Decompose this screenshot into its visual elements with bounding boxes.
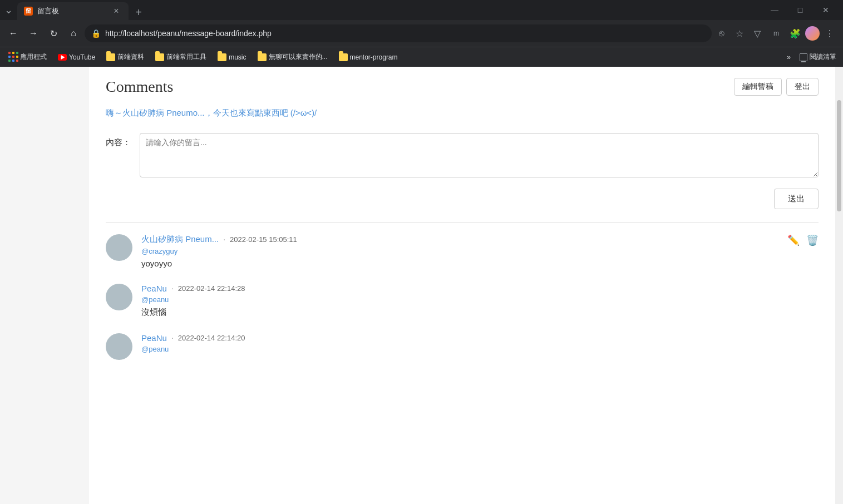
logout-button[interactable]: 登出: [786, 78, 819, 96]
folder-icon-4: [258, 53, 267, 62]
reading-list-button[interactable]: 閱讀清單: [797, 50, 839, 64]
comment-time: 2022-02-14 22:14:28: [178, 284, 245, 293]
address-actions: ⎋ ☆ ▽: [714, 26, 765, 41]
share-button[interactable]: ⎋: [714, 26, 729, 41]
browser-chrome: ⌄ 留 留言板 × + — □ ✕ ← → ↻ ⌂ 🔒 http://local…: [0, 0, 843, 67]
back-button[interactable]: ←: [4, 24, 22, 42]
reading-list-icon: [800, 53, 807, 61]
folder-icon-5: [339, 53, 348, 62]
bookmarks-more: » 閱讀清單: [785, 50, 839, 64]
maximize-button[interactable]: □: [787, 0, 813, 20]
bookmark-frontend-data-label: 前端資料: [117, 52, 144, 62]
sidebar-left: [0, 67, 89, 504]
submit-button[interactable]: 送出: [774, 189, 819, 209]
bookmark-frontend-data[interactable]: 前端資料: [102, 50, 149, 64]
main-content: Comments 編輯暫稿 登出 嗨～火山矽肺病 Pneumo...，今天也來寫…: [89, 67, 835, 504]
close-button[interactable]: ✕: [813, 0, 839, 20]
edit-draft-button[interactable]: 編輯暫稿: [734, 78, 782, 96]
tab-close-button[interactable]: ×: [111, 6, 122, 17]
bookmark-youtube-label: YouTube: [69, 53, 95, 61]
address-box[interactable]: 🔒 http://localhost/peanu/message-board/i…: [85, 24, 712, 42]
comment-time: 2022-02-15 15:05:11: [230, 235, 297, 244]
tab-title: 留言板: [37, 6, 106, 16]
comment-body: 火山矽肺病 Pneum... · 2022-02-15 15:05:11 @cr…: [141, 234, 819, 268]
bookmark-frontend-tools[interactable]: 前端常用工具: [151, 50, 211, 64]
comment-dot: ·: [171, 284, 174, 293]
bookmark-apps[interactable]: 應用程式: [4, 50, 51, 64]
extensions-button[interactable]: 🧩: [786, 24, 804, 42]
apps-icon: [9, 53, 18, 62]
form-label: 內容：: [106, 133, 131, 148]
folder-icon-2: [155, 53, 164, 62]
comment-actions: ✏️ 🗑️: [787, 234, 819, 246]
comment-header: 火山矽肺病 Pneum... · 2022-02-15 15:05:11: [141, 234, 819, 245]
home-button[interactable]: ⌂: [65, 24, 82, 42]
bookmark-mentor[interactable]: mentor-program: [334, 51, 402, 64]
bookmark-music-label: music: [229, 53, 246, 61]
forward-button[interactable]: →: [24, 24, 42, 42]
active-tab[interactable]: 留 留言板 ×: [17, 2, 129, 20]
page-title: Comments: [106, 78, 173, 96]
bookmark-youtube[interactable]: YouTube: [53, 51, 100, 64]
youtube-icon: [58, 53, 67, 62]
avatar: [106, 333, 132, 360]
scrollbar-thumb[interactable]: [837, 100, 841, 211]
bookmark-mentor-label: mentor-program: [350, 53, 398, 61]
header-buttons: 編輯暫稿 登出: [734, 78, 819, 96]
comment-form: 內容：: [106, 133, 819, 177]
comments-list: 火山矽肺病 Pneum... · 2022-02-15 15:05:11 @cr…: [106, 234, 819, 360]
window-controls-right: — □ ✕: [762, 0, 839, 20]
comment-textarea[interactable]: [140, 133, 819, 177]
lock-icon: 🔒: [91, 29, 101, 38]
profile-avatar[interactable]: [805, 26, 820, 41]
comment-handle: @peanu: [141, 345, 819, 353]
delete-icon[interactable]: 🗑️: [806, 234, 819, 246]
comment-header: PeaNu · 2022-02-14 22:14:20: [141, 333, 819, 343]
page-scrollbar[interactable]: [835, 67, 843, 504]
url-text: http://localhost/peanu/message-board/ind…: [105, 29, 705, 38]
comment-body: PeaNu · 2022-02-14 22:14:28 @peanu 沒煩惱: [141, 284, 819, 318]
downloader-icon[interactable]: ▽: [750, 26, 765, 41]
bookmark-boring-label: 無聊可以來實作的...: [269, 52, 328, 62]
table-row: PeaNu · 2022-02-14 22:14:20 @peanu: [106, 333, 819, 360]
folder-icon-3: [218, 53, 226, 62]
minimize-button[interactable]: —: [762, 0, 787, 20]
address-bar-row: ← → ↻ ⌂ 🔒 http://localhost/peanu/message…: [0, 20, 843, 47]
bookmark-music[interactable]: music: [213, 51, 250, 64]
comment-dot: ·: [171, 333, 174, 342]
new-tab-button[interactable]: +: [131, 4, 146, 20]
more-bookmarks-button[interactable]: »: [785, 51, 793, 63]
reading-list-label: 閱讀清單: [810, 52, 836, 62]
menu-button[interactable]: ⋮: [821, 24, 839, 42]
comment-body: PeaNu · 2022-02-14 22:14:20 @peanu: [141, 333, 819, 360]
comment-time: 2022-02-14 22:14:20: [178, 334, 245, 342]
tab-bar: 留 留言板 × +: [17, 0, 762, 20]
comment-dot: ·: [223, 235, 225, 244]
comment-handle: @peanu: [141, 295, 819, 304]
bookmark-apps-label: 應用程式: [20, 52, 47, 62]
comment-header: PeaNu · 2022-02-14 22:14:28: [141, 284, 819, 293]
table-row: 火山矽肺病 Pneum... · 2022-02-15 15:05:11 @cr…: [106, 234, 819, 268]
comment-text: 沒煩惱: [141, 307, 819, 318]
comment-author: PeaNu: [141, 284, 167, 293]
reload-button[interactable]: ↻: [45, 24, 62, 42]
bookmarks-bar: 應用程式 YouTube 前端資料 前端常用工具 music: [0, 47, 843, 67]
avatar: [106, 234, 132, 261]
bookmark-frontend-tools-label: 前端常用工具: [166, 52, 206, 62]
page-area: Comments 編輯暫稿 登出 嗨～火山矽肺病 Pneumo...，今天也來寫…: [0, 67, 843, 504]
profile-initial[interactable]: m: [767, 24, 785, 42]
tab-favicon: 留: [24, 7, 33, 16]
chevron-down-icon[interactable]: ⌄: [4, 4, 13, 16]
comment-handle: @crazyguy: [141, 247, 819, 255]
comments-divider: [106, 223, 819, 223]
title-bar: ⌄ 留 留言板 × + — □ ✕: [0, 0, 843, 20]
folder-icon-1: [106, 53, 115, 62]
browser-actions: m 🧩 ⋮: [767, 24, 839, 42]
page-header: Comments 編輯暫稿 登出: [106, 78, 819, 96]
comment-text: yoyoyyo: [141, 259, 819, 268]
bookmark-button[interactable]: ☆: [732, 26, 747, 41]
edit-icon[interactable]: ✏️: [787, 234, 800, 246]
comment-author: 火山矽肺病 Pneum...: [141, 234, 219, 245]
table-row: PeaNu · 2022-02-14 22:14:28 @peanu 沒煩惱: [106, 284, 819, 318]
bookmark-boring[interactable]: 無聊可以來實作的...: [253, 50, 332, 64]
